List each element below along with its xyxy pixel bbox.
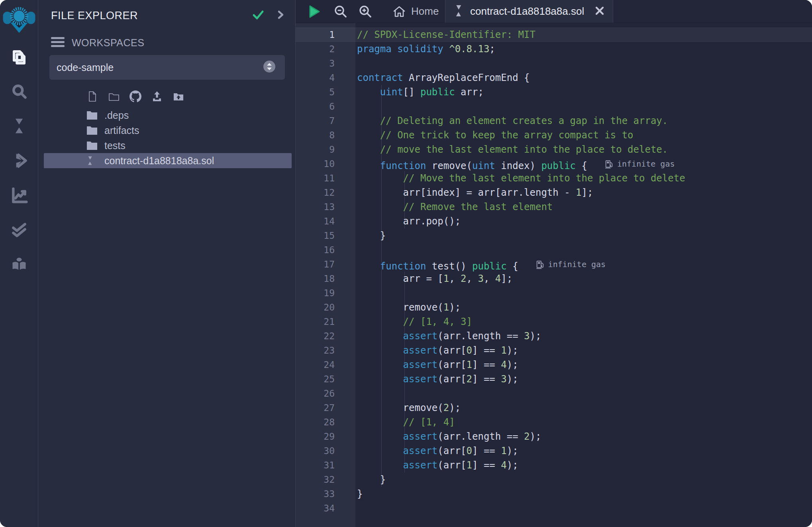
upload-file-icon[interactable] <box>151 90 163 103</box>
code-line[interactable]: 7 // Deleting an element creates a gap i… <box>296 114 812 128</box>
code-line[interactable]: 33} <box>296 487 812 501</box>
code-line[interactable]: 9 // move the last element into the plac… <box>296 142 812 157</box>
remix-logo[interactable] <box>0 0 38 39</box>
code-line[interactable]: 29 assert(arr.length == 2); <box>296 429 812 444</box>
activity-solidity-compiler-icon[interactable] <box>0 108 38 143</box>
code-line[interactable]: 28 // [1, 4] <box>296 415 812 429</box>
code-line[interactable]: 5 uint[] public arr; <box>296 85 812 99</box>
code-line[interactable]: 23 assert(arr[0] == 1); <box>296 343 812 358</box>
run-script-button[interactable] <box>306 4 322 20</box>
code-line[interactable]: 21 // [1, 4, 3] <box>296 315 812 329</box>
code-line[interactable]: 32 } <box>296 472 812 487</box>
line-number[interactable]: 17 <box>296 257 335 271</box>
line-number[interactable]: 12 <box>296 185 335 200</box>
chevron-right-icon[interactable] <box>275 10 286 22</box>
line-number[interactable]: 16 <box>296 243 335 257</box>
line-number[interactable]: 26 <box>296 386 335 401</box>
line-number[interactable]: 9 <box>296 142 335 157</box>
tab-home[interactable]: Home <box>384 0 447 23</box>
activity-search-icon[interactable] <box>0 74 38 108</box>
code-line[interactable]: 30 assert(arr[0] == 1); <box>296 444 812 458</box>
code-line[interactable]: 24 assert(arr[1] == 4); <box>296 358 812 372</box>
zoom-out-button[interactable] <box>334 5 347 18</box>
line-number[interactable]: 30 <box>296 444 335 458</box>
code-line[interactable]: 26 <box>296 386 812 401</box>
workspace-select[interactable]: code-sample <box>49 55 285 80</box>
line-number[interactable]: 5 <box>296 85 335 99</box>
new-file-icon[interactable] <box>86 90 99 103</box>
github-clone-icon[interactable] <box>129 90 142 103</box>
workspaces-menu-icon[interactable] <box>50 36 65 49</box>
line-number[interactable]: 23 <box>296 343 335 358</box>
line-number[interactable]: 18 <box>296 271 335 286</box>
zoom-in-button[interactable] <box>359 5 372 18</box>
line-number[interactable]: 32 <box>296 472 335 487</box>
line-number[interactable]: 8 <box>296 128 335 142</box>
line-number[interactable]: 28 <box>296 415 335 429</box>
code-line[interactable]: 31 assert(arr[1] == 4); <box>296 458 812 472</box>
code-line[interactable]: 1// SPDX-License-Identifier: MIT <box>296 28 812 42</box>
code-line[interactable]: 16 <box>296 243 812 257</box>
code-line[interactable]: 27 remove(2); <box>296 401 812 415</box>
line-number[interactable]: 27 <box>296 401 335 415</box>
close-tab-icon[interactable] <box>594 6 605 18</box>
tree-folder-artifacts[interactable]: artifacts <box>38 123 295 138</box>
code-line[interactable]: 2pragma solidity ^0.8.13; <box>296 42 812 56</box>
tree-file-contract-d1a8818a8a.sol[interactable]: contract-d1a8818a8a.sol <box>44 153 292 168</box>
tab-contract-file[interactable]: contract-d1a8818a8a.sol <box>445 0 613 23</box>
activity-file-explorer-icon[interactable] <box>0 39 38 74</box>
code-line[interactable]: 12 arr[index] = arr[arr.length - 1]; <box>296 185 812 200</box>
code-line[interactable]: 17 function test() public {infinite gas <box>296 257 812 271</box>
activity-analysis-icon[interactable] <box>0 178 38 212</box>
code-line[interactable]: 15 } <box>296 228 812 243</box>
line-number[interactable]: 2 <box>296 42 335 56</box>
code-line-text: } <box>357 487 363 501</box>
tree-folder-tests[interactable]: tests <box>38 138 295 153</box>
code-line[interactable]: 4contract ArrayReplaceFromEnd { <box>296 71 812 85</box>
line-number[interactable]: 10 <box>296 157 335 171</box>
line-number[interactable]: 15 <box>296 228 335 243</box>
code-line[interactable]: 14 arr.pop(); <box>296 214 812 228</box>
line-number[interactable]: 14 <box>296 214 335 228</box>
line-number[interactable]: 6 <box>296 99 335 114</box>
line-number[interactable]: 25 <box>296 372 335 386</box>
workspace-select-caret-icon[interactable] <box>263 60 276 75</box>
code-line[interactable]: 11 // Move the last element into the pla… <box>296 171 812 185</box>
code-line-text: function remove(uint index) public {infi… <box>357 157 675 173</box>
code-line[interactable]: 3 <box>296 56 812 71</box>
line-number[interactable]: 34 <box>296 501 335 515</box>
line-number[interactable]: 33 <box>296 487 335 501</box>
code-line[interactable]: 22 assert(arr.length == 3); <box>296 329 812 343</box>
code-line[interactable]: 18 arr = [1, 2, 3, 4]; <box>296 271 812 286</box>
check-icon[interactable] <box>251 8 265 23</box>
line-number[interactable]: 31 <box>296 458 335 472</box>
code-line[interactable]: 6 <box>296 99 812 114</box>
code-line[interactable]: 19 <box>296 286 812 300</box>
activity-unit-testing-icon[interactable] <box>0 212 38 247</box>
line-number[interactable]: 4 <box>296 71 335 85</box>
line-number[interactable]: 20 <box>296 300 335 315</box>
line-number[interactable]: 19 <box>296 286 335 300</box>
activity-deploy-run-icon[interactable] <box>0 143 38 178</box>
code-line[interactable]: 13 // Remove the last element <box>296 200 812 214</box>
line-number[interactable]: 13 <box>296 200 335 214</box>
line-number[interactable]: 3 <box>296 56 335 71</box>
line-number[interactable]: 29 <box>296 429 335 444</box>
code-line[interactable]: 20 remove(1); <box>296 300 812 315</box>
code-line[interactable]: 34 <box>296 501 812 515</box>
line-number[interactable]: 7 <box>296 114 335 128</box>
line-number[interactable]: 22 <box>296 329 335 343</box>
line-number[interactable]: 24 <box>296 358 335 372</box>
activity-learneth-icon[interactable] <box>0 247 38 282</box>
code-line[interactable]: 10 function remove(uint index) public {i… <box>296 157 812 171</box>
code-editor[interactable]: 1// SPDX-License-Identifier: MIT2pragma … <box>296 23 812 527</box>
code-line[interactable]: 8 // One trick to keep the array compact… <box>296 128 812 142</box>
upload-folder-icon[interactable] <box>172 90 185 103</box>
line-number[interactable]: 21 <box>296 315 335 329</box>
line-number[interactable]: 1 <box>296 28 335 42</box>
tree-folder-.deps[interactable]: .deps <box>38 108 295 123</box>
new-folder-icon[interactable] <box>108 90 120 103</box>
code-line-text: arr[index] = arr[arr.length - 1]; <box>357 185 593 200</box>
line-number[interactable]: 11 <box>296 171 335 185</box>
code-line[interactable]: 25 assert(arr[2] == 3); <box>296 372 812 386</box>
